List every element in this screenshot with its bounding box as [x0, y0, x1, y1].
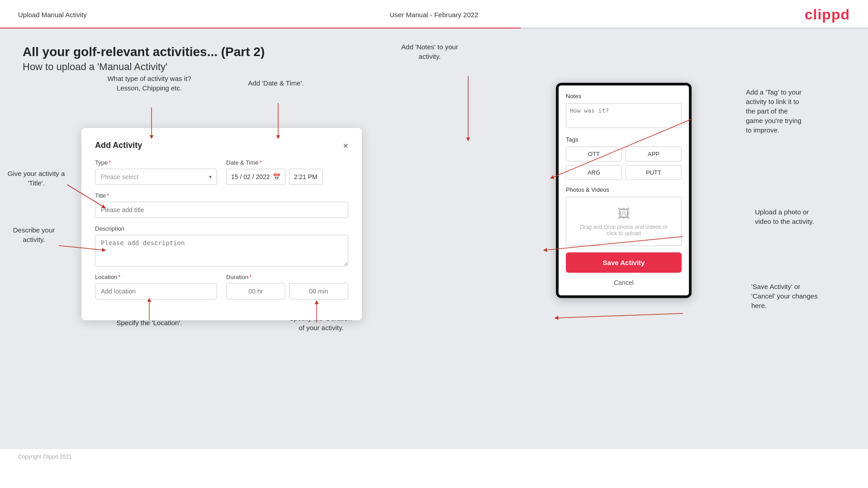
upload-icon: 🖼 [571, 206, 677, 221]
manual-label: User Manual - February 2022 [390, 11, 479, 19]
close-button[interactable]: × [343, 141, 348, 150]
form-group-duration: Duration* [226, 274, 348, 299]
photos-section-label: Photos & Videos [566, 186, 682, 193]
svg-line-9 [556, 313, 683, 318]
cancel-button[interactable]: Cancel [566, 277, 682, 288]
tag-arg[interactable]: ARG [566, 165, 622, 180]
date-time-label: Date & Time* [226, 159, 348, 166]
annotation-title: Give your activity a 'Title'. [0, 169, 72, 188]
annotation-date-time: Add 'Date & Time'. [231, 78, 321, 88]
modal-title: Add Activity [95, 141, 142, 150]
description-textarea[interactable] [95, 235, 348, 266]
copyright: Copyright Clippd 2021 [18, 454, 72, 460]
title-input[interactable] [95, 202, 348, 218]
heading2: How to upload a 'Manual Activity' [23, 61, 845, 73]
phone-inner: Notes Tags OTT APP ARG PUTT Photos & Vid… [559, 85, 689, 295]
annotation-upload: Upload a photo or video to the activity. [755, 207, 859, 226]
form-row-location-duration: Location* Duration* [95, 274, 348, 299]
tag-app[interactable]: APP [626, 147, 682, 161]
annotation-tag: Add a 'Tag' to your activity to link it … [746, 87, 854, 135]
title-field-label: Title* [95, 192, 348, 199]
form-group-description: Description [95, 225, 348, 266]
date-input[interactable]: 15 / 02 / 2022 📅 [226, 169, 285, 185]
annotation-describe: Describe your activity. [0, 225, 68, 244]
notes-textarea[interactable] [566, 103, 682, 128]
tags-grid: OTT APP ARG PUTT [566, 147, 682, 180]
notes-section-label: Notes [566, 93, 682, 99]
date-time-inputs: 15 / 02 / 2022 📅 2:21 PM [226, 169, 348, 185]
type-select-wrapper[interactable]: Please select ▾ [95, 169, 217, 185]
tag-putt[interactable]: PUTT [626, 165, 682, 180]
form-group-date-time: Date & Time* 15 / 02 / 2022 📅 2:21 PM [226, 159, 348, 185]
footer: Copyright Clippd 2021 [0, 449, 868, 464]
annotation-notes: Add 'Notes' to your activity. [384, 42, 475, 61]
add-activity-modal: Add Activity × Type* Please select ▾ Dat… [81, 128, 362, 320]
form-group-type: Type* Please select ▾ [95, 159, 217, 185]
location-label: Location* [95, 274, 217, 280]
location-input[interactable] [95, 283, 217, 299]
calendar-icon: 📅 [273, 173, 280, 180]
main-content: All your golf-relevant activities... (Pa… [0, 28, 868, 449]
time-input[interactable]: 2:21 PM [289, 169, 323, 185]
logo: clippd [805, 6, 850, 23]
tag-ott[interactable]: OTT [566, 147, 622, 161]
top-bar: Upload Manual Activity User Manual - Feb… [0, 0, 868, 28]
tags-section-label: Tags [566, 136, 682, 143]
duration-hours-input[interactable] [226, 283, 285, 299]
type-label: Type* [95, 159, 217, 166]
modal-header: Add Activity × [95, 141, 348, 150]
photos-upload-area[interactable]: 🖼 Drag and Drop photos and videos or cli… [566, 197, 682, 246]
form-group-location: Location* [95, 274, 217, 299]
annotation-save-cancel: 'Save Activity' or 'Cancel' your changes… [751, 282, 860, 310]
duration-label: Duration* [226, 274, 348, 280]
form-row-type-date: Type* Please select ▾ Date & Time* 15 / … [95, 159, 348, 185]
duration-minutes-input[interactable] [289, 283, 348, 299]
duration-inputs [226, 283, 348, 299]
form-group-title: Title* [95, 192, 348, 218]
phone-panel: Notes Tags OTT APP ARG PUTT Photos & Vid… [556, 83, 692, 298]
page-label: Upload Manual Activity [18, 11, 87, 19]
type-select[interactable]: Please select [95, 169, 217, 185]
save-activity-button[interactable]: Save Activity [566, 252, 682, 273]
description-label: Description [95, 225, 348, 232]
annotation-activity-type: What type of activity was it? Lesson, Ch… [100, 74, 199, 93]
